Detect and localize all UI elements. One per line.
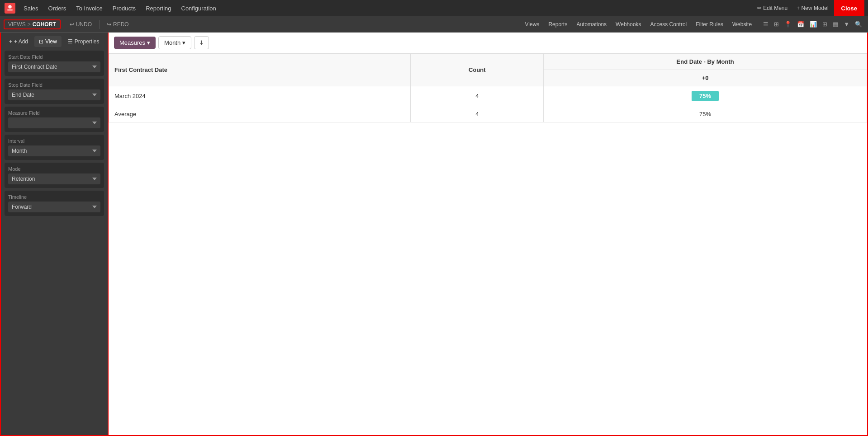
cohort-table: First Contract Date Count End Date - By …: [109, 53, 867, 122]
stop-date-label: Stop Date Field: [8, 82, 100, 88]
sidebar: + + Add ⊡ View ☰ Properties Start Date F…: [0, 33, 109, 436]
svg-rect-2: [7, 9, 13, 10]
breadcrumb: VIEWS > COHORT: [4, 19, 61, 29]
nav-to-invoice[interactable]: To Invoice: [71, 3, 107, 14]
offset-header: +0: [544, 70, 867, 86]
stop-date-select[interactable]: End Date: [8, 89, 100, 100]
properties-button[interactable]: ☰ Properties: [63, 36, 104, 47]
view-icon-filter[interactable]: ▼: [841, 19, 852, 29]
month-button[interactable]: Month ▾: [158, 36, 191, 49]
timeline-field-group: Timeline Forward: [5, 191, 104, 216]
toolbar-actions: ↩ UNDO ↪ REDO: [66, 19, 133, 29]
view-icon-pivot[interactable]: ⊞: [820, 19, 830, 29]
content-toolbar: Measures ▾ Month ▾ ⬇: [109, 33, 867, 53]
undo-icon: ↩: [70, 21, 74, 28]
view-button[interactable]: ⊡ View: [34, 36, 62, 47]
measures-button[interactable]: Measures ▾: [114, 37, 156, 49]
plus-icon: +: [9, 38, 12, 45]
sec-nav-reports[interactable]: Reports: [545, 19, 571, 29]
timeline-label: Timeline: [8, 194, 100, 200]
timeline-select[interactable]: Forward: [8, 202, 100, 212]
content-area: Measures ▾ Month ▾ ⬇ First Contract Date…: [109, 33, 868, 436]
mode-select[interactable]: Retention: [8, 173, 100, 184]
start-date-label: Start Date Field: [8, 54, 100, 60]
redo-icon: ↪: [107, 21, 111, 28]
sec-nav-website[interactable]: Website: [729, 19, 755, 29]
top-nav: Sales Orders To Invoice Products Reporti…: [0, 0, 868, 16]
secondary-toolbar: VIEWS > COHORT ↩ UNDO ↪ REDO Views Repor…: [0, 16, 868, 33]
svg-point-1: [8, 5, 12, 9]
new-model-button[interactable]: + New Model: [793, 3, 832, 13]
sec-nav-views[interactable]: Views: [522, 19, 543, 29]
start-date-select[interactable]: First Contract Date: [8, 61, 100, 72]
view-icon-chart[interactable]: 📊: [807, 19, 819, 29]
properties-label: Properties: [75, 38, 100, 45]
measure-field-group: Measure Field: [5, 107, 104, 132]
sec-nav-access-control[interactable]: Access Control: [647, 19, 691, 29]
nav-reporting[interactable]: Reporting: [141, 3, 175, 14]
month-chevron-icon: ▾: [182, 39, 185, 46]
highlighted-value: 75%: [692, 91, 719, 101]
sidebar-top-actions: + + Add ⊡ View ☰ Properties: [5, 36, 104, 47]
measure-field-label: Measure Field: [8, 110, 100, 116]
sec-nav-webhooks[interactable]: Webhooks: [612, 19, 645, 29]
secondary-right: Views Reports Automations Webhooks Acces…: [522, 19, 864, 29]
app-logo: [4, 2, 16, 14]
view-icon-list[interactable]: ☰: [761, 19, 771, 29]
toolbar-divider: [99, 20, 100, 29]
average-value: 75%: [544, 106, 867, 122]
measures-label: Measures: [119, 39, 145, 46]
close-button[interactable]: Close: [834, 0, 864, 16]
edit-menu-button[interactable]: ✏ Edit Menu: [754, 3, 791, 13]
interval-select[interactable]: Month: [8, 145, 100, 156]
breadcrumb-separator: >: [28, 21, 31, 28]
interval-label: Interval: [8, 138, 100, 144]
redo-label: REDO: [113, 21, 129, 28]
properties-icon: ☰: [68, 38, 73, 45]
start-date-field-group: Start Date Field First Contract Date: [5, 51, 104, 76]
nav-orders[interactable]: Orders: [44, 3, 71, 14]
interval-field-group: Interval Month: [5, 135, 104, 160]
average-count: 4: [411, 106, 544, 122]
view-icon-search[interactable]: 🔍: [853, 19, 864, 29]
row-count: 4: [411, 86, 544, 106]
mode-field-group: Mode Retention: [5, 163, 104, 188]
stop-date-field-group: Stop Date Field End Date: [5, 79, 104, 104]
undo-button[interactable]: ↩ UNDO: [66, 19, 95, 29]
add-button[interactable]: + + Add: [5, 36, 33, 47]
download-icon: ⬇: [199, 39, 204, 46]
table-row: March 2024 4 75%: [109, 86, 867, 106]
average-row: Average 4 75%: [109, 106, 867, 122]
average-label: Average: [109, 106, 411, 122]
view-icon-calendar[interactable]: 📅: [795, 19, 806, 29]
view-icons: ☰ ⊞ 📍 📅 📊 ⊞ ▦ ▼ 🔍: [761, 19, 864, 29]
view-label: View: [45, 38, 57, 45]
undo-label: UNDO: [76, 21, 92, 28]
redo-button[interactable]: ↪ REDO: [103, 19, 133, 29]
download-button[interactable]: ⬇: [194, 36, 209, 49]
main-layout: + + Add ⊡ View ☰ Properties Start Date F…: [0, 33, 868, 436]
nav-sales[interactable]: Sales: [19, 3, 43, 14]
nav-configuration[interactable]: Configuration: [177, 3, 221, 14]
end-date-header: End Date - By Month: [544, 54, 867, 70]
view-icon-map[interactable]: 📍: [782, 19, 794, 29]
row-date: March 2024: [109, 86, 411, 106]
sec-nav-automations[interactable]: Automations: [573, 19, 610, 29]
row-value-cell: 75%: [544, 86, 867, 106]
nav-products[interactable]: Products: [108, 3, 140, 14]
col1-header: First Contract Date: [109, 54, 411, 86]
measure-field-select[interactable]: [8, 117, 100, 128]
view-icon-grid[interactable]: ▦: [830, 19, 840, 29]
measures-chevron-icon: ▾: [147, 39, 150, 46]
breadcrumb-cohort: COHORT: [33, 21, 56, 28]
month-label: Month: [164, 39, 180, 46]
add-label: + Add: [14, 38, 28, 45]
sec-nav-filter-rules[interactable]: Filter Rules: [692, 19, 727, 29]
view-icon-kanban[interactable]: ⊞: [772, 19, 781, 29]
mode-label: Mode: [8, 166, 100, 172]
col2-header: Count: [411, 54, 544, 86]
breadcrumb-views[interactable]: VIEWS: [8, 21, 26, 28]
view-icon: ⊡: [39, 38, 43, 45]
